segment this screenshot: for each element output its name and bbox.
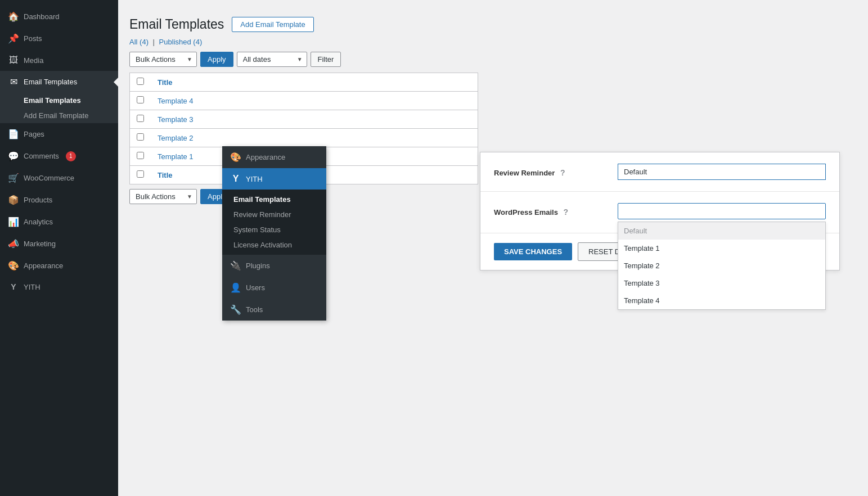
- dashboard-icon: 🏠: [8, 11, 19, 22]
- dd-appearance-icon: 🎨: [230, 152, 241, 163]
- sidebar-item-appearance[interactable]: 🎨 Appearance: [0, 255, 118, 277]
- sidebar-sub-item-email-templates[interactable]: Email Templates: [0, 93, 118, 108]
- select-all-cell: [130, 73, 151, 92]
- sidebar-item-label: Email Templates: [24, 78, 77, 86]
- filter-sep: |: [153, 38, 155, 46]
- sidebar-item-comments[interactable]: 💬 Comments 1: [0, 145, 118, 167]
- sidebar-item-label: Analytics: [24, 218, 53, 226]
- template-dropdown: Default Template 1 Template 2 Template 3: [618, 222, 826, 310]
- published-filter-link[interactable]: Published (4): [159, 38, 203, 46]
- select-all-checkbox[interactable]: [137, 78, 144, 85]
- template-3-link[interactable]: Template 3: [158, 115, 194, 124]
- review-reminder-select-display[interactable]: Default: [618, 164, 826, 180]
- template-1-link[interactable]: Template 1: [158, 152, 194, 161]
- row-checkbox-2[interactable]: [137, 133, 144, 141]
- wordpress-emails-label: WordPress Emails ?: [494, 203, 606, 217]
- dd-item-plugins[interactable]: 🔌 Plugins: [222, 255, 326, 277]
- wordpress-emails-field: Default Template 1 Template 2 Template 3: [618, 203, 826, 222]
- row-checkbox-3[interactable]: [137, 115, 144, 122]
- sidebar-item-label: Dashboard: [24, 12, 60, 21]
- wordpress-emails-help-icon[interactable]: ?: [564, 208, 569, 217]
- dates-select[interactable]: All datesJanuary 2024February 2024: [237, 52, 307, 67]
- wp-layout: 🏠 Dashboard 📌 Posts 🖼 Media ✉ Email Temp…: [0, 0, 868, 496]
- sidebar-sub-item-label: Add Email Template: [24, 111, 88, 120]
- dd-item-label: Users: [246, 283, 265, 292]
- sidebar-item-label: Media: [24, 56, 43, 65]
- table-row: Template 4: [130, 92, 478, 110]
- apply-button[interactable]: Apply: [200, 52, 233, 67]
- sidebar-item-woocommerce[interactable]: 🛒 WooCommerce: [0, 167, 118, 189]
- sidebar-item-label: Pages: [24, 130, 44, 138]
- marketing-icon: 📣: [8, 238, 19, 249]
- sidebar-item-email-templates[interactable]: ✉ Email Templates: [0, 71, 118, 93]
- bottom-bulk-actions-wrap: Bulk Actions ▼: [129, 189, 197, 204]
- table-row: Template 2: [130, 129, 478, 147]
- review-reminder-field: Default: [618, 164, 826, 180]
- save-changes-button[interactable]: SAVE CHANGES: [494, 243, 572, 260]
- filter-button[interactable]: Filter: [311, 52, 341, 67]
- row-checkbox-1[interactable]: [137, 152, 144, 159]
- template-2-link[interactable]: Template 2: [158, 134, 194, 142]
- dd-sub-item-label: Review Reminder: [233, 210, 291, 219]
- dd-sub-item-email-templates[interactable]: Email Templates: [222, 192, 326, 207]
- media-icon: 🖼: [8, 55, 19, 65]
- dd-sub-item-label: Email Templates: [233, 195, 291, 204]
- settings-panel: Review Reminder ? Default WordPress Emai…: [480, 152, 840, 270]
- nav-dropdown: 🎨 Appearance Y YITH Email Templates Revi…: [222, 146, 326, 321]
- dd-item-yith[interactable]: Y YITH: [222, 168, 326, 190]
- sidebar-item-dashboard[interactable]: 🏠 Dashboard: [0, 6, 118, 28]
- dd-item-label: Tools: [246, 305, 263, 314]
- dd-yith-icon: Y: [230, 174, 241, 184]
- sidebar-sub-email-templates: Email Templates Add Email Template: [0, 93, 118, 123]
- yith-icon: Y: [8, 282, 19, 291]
- dd-sub-item-system-status[interactable]: System Status: [222, 222, 326, 237]
- pages-icon: 📄: [8, 129, 19, 139]
- sidebar-sub-item-label: Email Templates: [24, 96, 81, 105]
- dropdown-option-default[interactable]: Default: [618, 222, 825, 240]
- row-checkbox-4[interactable]: [137, 96, 144, 103]
- top-toolbar: Bulk Actions ▼ Apply All datesJanuary 20…: [129, 52, 851, 67]
- page-header: Email Templates Add Email Template: [129, 17, 851, 32]
- settings-row-wordpress-emails: WordPress Emails ? Default Template 1 Te…: [480, 192, 839, 233]
- sidebar-item-posts[interactable]: 📌 Posts: [0, 28, 118, 49]
- template-4-link[interactable]: Template 4: [158, 97, 194, 105]
- dropdown-option-template4[interactable]: Template 4: [618, 292, 825, 309]
- review-reminder-label: Review Reminder ?: [494, 164, 606, 177]
- sidebar-item-label: Products: [24, 196, 52, 204]
- sidebar-item-label: Comments: [24, 152, 59, 160]
- table-row: Template 3: [130, 110, 478, 129]
- sidebar-item-marketing[interactable]: 📣 Marketing: [0, 233, 118, 255]
- review-reminder-select-wrap: Default: [618, 164, 826, 180]
- dates-select-wrap: All datesJanuary 2024February 2024 ▼: [237, 52, 307, 67]
- sidebar-item-label: WooCommerce: [24, 174, 74, 182]
- dropdown-option-template2[interactable]: Template 2: [618, 257, 825, 274]
- sidebar-sub-item-add-email-template[interactable]: Add Email Template: [0, 108, 118, 123]
- woocommerce-icon: 🛒: [8, 173, 19, 183]
- dd-sub-item-license-activation[interactable]: License Activation: [222, 237, 326, 252]
- appearance-icon: 🎨: [8, 260, 19, 271]
- sidebar-item-pages[interactable]: 📄 Pages: [0, 123, 118, 145]
- dd-item-label: Appearance: [246, 153, 285, 161]
- bottom-bulk-actions-select[interactable]: Bulk Actions: [129, 189, 197, 204]
- add-email-template-button[interactable]: Add Email Template: [232, 17, 313, 32]
- dropdown-option-template3[interactable]: Template 3: [618, 274, 825, 292]
- dd-sub-item-review-reminder[interactable]: Review Reminder: [222, 207, 326, 222]
- dd-users-icon: 👤: [230, 282, 241, 293]
- select-all-bottom-checkbox[interactable]: [137, 170, 144, 178]
- sidebar-item-yith[interactable]: Y YITH: [0, 277, 118, 297]
- posts-icon: 📌: [8, 33, 19, 44]
- sidebar-item-products[interactable]: 📦 Products: [0, 189, 118, 211]
- dropdown-search-input[interactable]: [618, 203, 826, 219]
- sidebar-item-analytics[interactable]: 📊 Analytics: [0, 211, 118, 233]
- bulk-actions-select-wrap: Bulk Actions ▼: [129, 52, 197, 67]
- products-icon: 📦: [8, 195, 19, 205]
- dd-item-users[interactable]: 👤 Users: [222, 277, 326, 299]
- dd-item-tools[interactable]: 🔧 Tools: [222, 299, 326, 321]
- dd-item-label: Plugins: [246, 261, 270, 270]
- bulk-actions-select[interactable]: Bulk Actions: [129, 52, 197, 67]
- review-reminder-help-icon[interactable]: ?: [560, 168, 565, 177]
- dropdown-option-template1[interactable]: Template 1: [618, 240, 825, 257]
- sidebar-item-media[interactable]: 🖼 Media: [0, 49, 118, 71]
- all-filter-link[interactable]: All (4): [129, 38, 151, 46]
- dd-item-appearance[interactable]: 🎨 Appearance: [222, 146, 326, 168]
